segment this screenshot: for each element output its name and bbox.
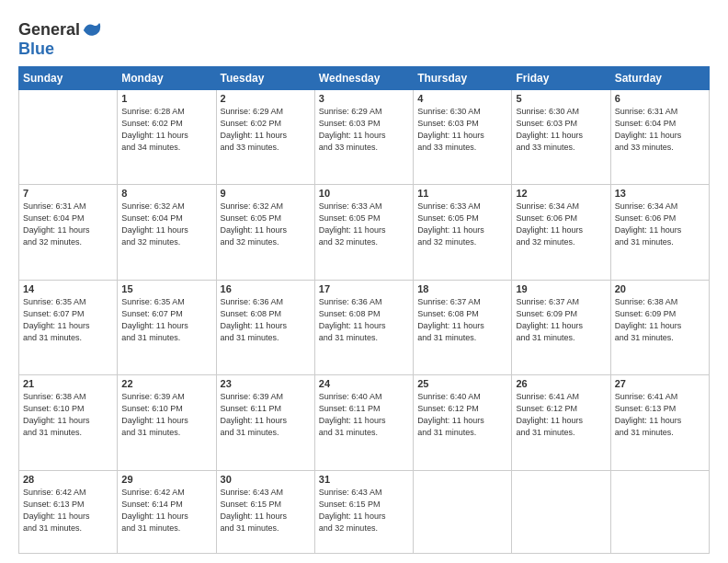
day-info: Sunrise: 6:39 AMSunset: 6:10 PMDaylight:… — [121, 391, 211, 439]
day-info: Sunrise: 6:39 AMSunset: 6:11 PMDaylight:… — [221, 391, 311, 439]
day-info: Sunrise: 6:35 AMSunset: 6:07 PMDaylight:… — [121, 296, 211, 344]
calendar-cell: 31Sunrise: 6:43 AMSunset: 6:15 PMDayligh… — [314, 470, 413, 553]
day-info: Sunrise: 6:31 AMSunset: 6:04 PMDaylight:… — [615, 106, 705, 154]
day-info: Sunrise: 6:32 AMSunset: 6:05 PMDaylight:… — [221, 201, 311, 248]
day-number: 20 — [615, 283, 705, 294]
logo: General Blue — [18, 20, 102, 59]
day-number: 26 — [516, 378, 606, 389]
calendar-cell: 13Sunrise: 6:34 AMSunset: 6:06 PMDayligh… — [610, 185, 709, 281]
day-info: Sunrise: 6:40 AMSunset: 6:11 PMDaylight:… — [319, 391, 409, 439]
day-info: Sunrise: 6:42 AMSunset: 6:13 PMDaylight:… — [23, 487, 113, 534]
day-info: Sunrise: 6:41 AMSunset: 6:13 PMDaylight:… — [615, 391, 705, 439]
calendar-table: SundayMondayTuesdayWednesdayThursdayFrid… — [18, 66, 710, 554]
day-number: 27 — [615, 378, 705, 389]
day-number: 14 — [23, 283, 113, 294]
day-info: Sunrise: 6:43 AMSunset: 6:15 PMDaylight:… — [319, 487, 409, 534]
day-info: Sunrise: 6:42 AMSunset: 6:14 PMDaylight:… — [121, 487, 211, 534]
day-number: 31 — [319, 474, 409, 485]
calendar-cell: 21Sunrise: 6:38 AMSunset: 6:10 PMDayligh… — [19, 375, 118, 471]
day-number: 4 — [417, 93, 507, 104]
calendar-cell — [512, 470, 610, 553]
week-row-1: 1Sunrise: 6:28 AMSunset: 6:02 PMDaylight… — [19, 89, 710, 185]
calendar-cell: 15Sunrise: 6:35 AMSunset: 6:07 PMDayligh… — [118, 280, 216, 375]
day-number: 16 — [221, 283, 311, 294]
calendar-cell — [414, 470, 512, 553]
calendar-cell: 24Sunrise: 6:40 AMSunset: 6:11 PMDayligh… — [314, 375, 413, 471]
weekday-saturday: Saturday — [610, 66, 709, 89]
weekday-sunday: Sunday — [19, 66, 118, 89]
calendar-cell: 27Sunrise: 6:41 AMSunset: 6:13 PMDayligh… — [610, 375, 709, 471]
day-info: Sunrise: 6:34 AMSunset: 6:06 PMDaylight:… — [516, 201, 606, 248]
day-number: 8 — [121, 188, 211, 199]
calendar-cell: 12Sunrise: 6:34 AMSunset: 6:06 PMDayligh… — [512, 185, 610, 281]
day-number: 11 — [417, 188, 507, 199]
weekday-tuesday: Tuesday — [216, 66, 314, 89]
day-info: Sunrise: 6:30 AMSunset: 6:03 PMDaylight:… — [417, 106, 507, 154]
day-info: Sunrise: 6:40 AMSunset: 6:12 PMDaylight:… — [417, 391, 507, 439]
weekday-thursday: Thursday — [414, 66, 512, 89]
calendar-cell: 29Sunrise: 6:42 AMSunset: 6:14 PMDayligh… — [118, 470, 216, 553]
day-number: 22 — [121, 378, 211, 389]
day-number: 30 — [221, 474, 311, 485]
week-row-5: 28Sunrise: 6:42 AMSunset: 6:13 PMDayligh… — [19, 470, 710, 553]
calendar-cell — [610, 470, 709, 553]
weekday-header-row: SundayMondayTuesdayWednesdayThursdayFrid… — [19, 66, 710, 89]
weekday-wednesday: Wednesday — [314, 66, 413, 89]
weekday-monday: Monday — [118, 66, 216, 89]
calendar-cell: 6Sunrise: 6:31 AMSunset: 6:04 PMDaylight… — [610, 89, 709, 185]
day-number: 29 — [121, 474, 211, 485]
calendar-cell: 17Sunrise: 6:36 AMSunset: 6:08 PMDayligh… — [314, 280, 413, 375]
weekday-friday: Friday — [512, 66, 610, 89]
day-info: Sunrise: 6:33 AMSunset: 6:05 PMDaylight:… — [319, 201, 409, 248]
day-info: Sunrise: 6:37 AMSunset: 6:09 PMDaylight:… — [516, 296, 606, 344]
day-info: Sunrise: 6:29 AMSunset: 6:03 PMDaylight:… — [319, 106, 409, 154]
calendar-cell: 10Sunrise: 6:33 AMSunset: 6:05 PMDayligh… — [314, 185, 413, 281]
calendar-cell: 2Sunrise: 6:29 AMSunset: 6:02 PMDaylight… — [216, 89, 314, 185]
day-number: 17 — [319, 283, 409, 294]
day-info: Sunrise: 6:36 AMSunset: 6:08 PMDaylight:… — [221, 296, 311, 344]
day-number: 25 — [417, 378, 507, 389]
calendar-cell: 11Sunrise: 6:33 AMSunset: 6:05 PMDayligh… — [414, 185, 512, 281]
calendar-cell: 4Sunrise: 6:30 AMSunset: 6:03 PMDaylight… — [414, 89, 512, 185]
day-info: Sunrise: 6:43 AMSunset: 6:15 PMDaylight:… — [221, 487, 311, 534]
week-row-4: 21Sunrise: 6:38 AMSunset: 6:10 PMDayligh… — [19, 375, 710, 471]
calendar-cell: 25Sunrise: 6:40 AMSunset: 6:12 PMDayligh… — [414, 375, 512, 471]
header: General Blue — [18, 17, 710, 59]
day-info: Sunrise: 6:29 AMSunset: 6:02 PMDaylight:… — [221, 106, 311, 154]
calendar-cell: 19Sunrise: 6:37 AMSunset: 6:09 PMDayligh… — [512, 280, 610, 375]
calendar-cell: 22Sunrise: 6:39 AMSunset: 6:10 PMDayligh… — [118, 375, 216, 471]
day-info: Sunrise: 6:30 AMSunset: 6:03 PMDaylight:… — [516, 106, 606, 154]
logo-blue: Blue — [18, 40, 54, 58]
day-number: 3 — [319, 93, 409, 104]
day-number: 5 — [516, 93, 606, 104]
logo-icon — [82, 20, 102, 40]
day-number: 6 — [615, 93, 705, 104]
day-number: 23 — [221, 378, 311, 389]
day-number: 12 — [516, 188, 606, 199]
day-number: 21 — [23, 378, 113, 389]
day-number: 2 — [221, 93, 311, 104]
calendar-cell: 23Sunrise: 6:39 AMSunset: 6:11 PMDayligh… — [216, 375, 314, 471]
day-number: 28 — [23, 474, 113, 485]
day-number: 19 — [516, 283, 606, 294]
calendar-cell: 26Sunrise: 6:41 AMSunset: 6:12 PMDayligh… — [512, 375, 610, 471]
calendar-body: 1Sunrise: 6:28 AMSunset: 6:02 PMDaylight… — [19, 89, 710, 553]
day-number: 10 — [319, 188, 409, 199]
day-number: 15 — [121, 283, 211, 294]
day-info: Sunrise: 6:38 AMSunset: 6:09 PMDaylight:… — [615, 296, 705, 344]
day-number: 24 — [319, 378, 409, 389]
day-number: 7 — [23, 188, 113, 199]
day-info: Sunrise: 6:28 AMSunset: 6:02 PMDaylight:… — [121, 106, 211, 154]
calendar-page: General Blue SundayMondayTuesdayWednesda… — [0, 0, 728, 563]
day-number: 18 — [417, 283, 507, 294]
day-info: Sunrise: 6:31 AMSunset: 6:04 PMDaylight:… — [23, 201, 113, 248]
day-info: Sunrise: 6:36 AMSunset: 6:08 PMDaylight:… — [319, 296, 409, 344]
week-row-3: 14Sunrise: 6:35 AMSunset: 6:07 PMDayligh… — [19, 280, 710, 375]
logo-general: General — [18, 21, 80, 40]
calendar-cell: 8Sunrise: 6:32 AMSunset: 6:04 PMDaylight… — [118, 185, 216, 281]
calendar-cell: 1Sunrise: 6:28 AMSunset: 6:02 PMDaylight… — [118, 89, 216, 185]
calendar-cell: 20Sunrise: 6:38 AMSunset: 6:09 PMDayligh… — [610, 280, 709, 375]
calendar-cell: 18Sunrise: 6:37 AMSunset: 6:08 PMDayligh… — [414, 280, 512, 375]
calendar-cell: 28Sunrise: 6:42 AMSunset: 6:13 PMDayligh… — [19, 470, 118, 553]
calendar-cell: 5Sunrise: 6:30 AMSunset: 6:03 PMDaylight… — [512, 89, 610, 185]
